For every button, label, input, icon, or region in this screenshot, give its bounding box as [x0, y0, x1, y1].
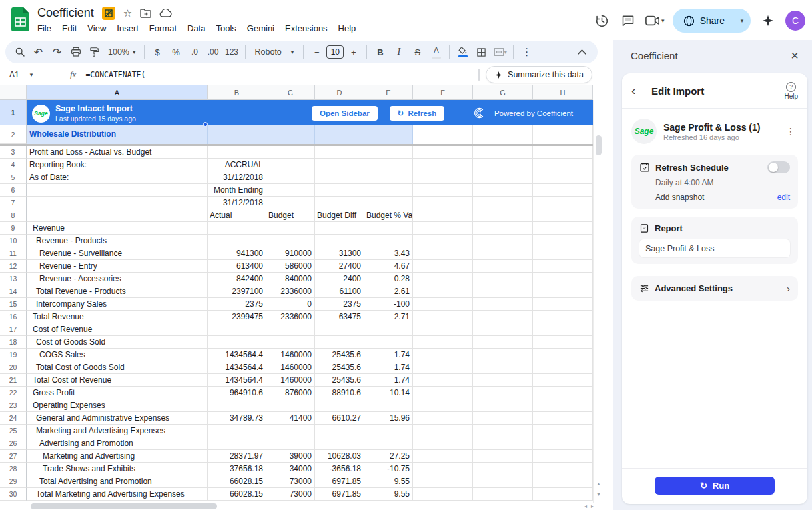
cell-A11[interactable]: Revenue - Surveillance	[27, 247, 208, 260]
cell-F9[interactable]	[413, 222, 473, 235]
cell-D10[interactable]	[315, 235, 364, 247]
horizontal-scrollbar-thumb[interactable]	[31, 503, 217, 509]
column-header-D[interactable]: D	[315, 85, 364, 100]
cell-G19[interactable]	[473, 349, 533, 361]
cell-D17[interactable]	[315, 323, 364, 336]
cell-D30[interactable]: 6971.85	[315, 488, 364, 501]
cell-H14[interactable]	[533, 285, 593, 298]
meet-button[interactable]: ▾	[645, 15, 665, 26]
row-header-21[interactable]: 21	[0, 374, 27, 387]
run-button[interactable]: ↻ Run	[655, 477, 775, 495]
cell-D28[interactable]: -3656.18	[315, 463, 364, 475]
column-header-B[interactable]: B	[208, 85, 266, 100]
refresh-button[interactable]: ↻Refresh	[390, 106, 444, 121]
cell-E14[interactable]: 2.61	[364, 285, 413, 298]
cell-D4[interactable]	[315, 159, 364, 171]
cell-E25[interactable]	[364, 425, 413, 437]
font-size-input[interactable]: 10	[326, 45, 344, 59]
cell-A27[interactable]: Marketing and Advertising	[27, 450, 208, 463]
refresh-schedule-toggle[interactable]	[767, 161, 790, 173]
menu-file[interactable]: File	[32, 21, 57, 36]
cell-H26[interactable]	[533, 437, 593, 450]
cell-B17[interactable]	[208, 323, 266, 336]
column-header-A[interactable]: A	[27, 85, 208, 100]
cell-F15[interactable]	[413, 298, 473, 311]
cell-E27[interactable]: 27.25	[364, 450, 413, 463]
cell-A25[interactable]: Marketing and Advertising Expenses	[27, 425, 208, 437]
cell-D6[interactable]	[315, 184, 364, 197]
cell-E9[interactable]	[364, 222, 413, 235]
cell-G6[interactable]	[473, 184, 533, 197]
menu-format[interactable]: Format	[144, 21, 182, 36]
cell-A3[interactable]: Profit and Loss - Actual vs. Budget	[27, 146, 208, 159]
star-icon[interactable]: ☆	[123, 8, 132, 18]
cell-D20[interactable]: 25435.6	[315, 361, 364, 374]
share-button[interactable]: Share ▾	[673, 9, 751, 33]
cell-H21[interactable]	[533, 374, 593, 387]
back-icon[interactable]: ‹	[631, 83, 643, 98]
formula-input[interactable]: =CONCATENATE(	[85, 70, 145, 79]
cell-E10[interactable]	[364, 235, 413, 247]
cell-B12[interactable]: 613400	[208, 260, 266, 273]
cell-C22[interactable]: 876000	[266, 387, 315, 399]
strikethrough-button[interactable]: S	[408, 43, 426, 61]
cell-F25[interactable]	[413, 425, 473, 437]
row-header-2[interactable]: 2	[0, 125, 27, 144]
cell-D25[interactable]	[315, 425, 364, 437]
cell-G15[interactable]	[473, 298, 533, 311]
row-header-11[interactable]: 11	[0, 247, 27, 260]
cell-A16[interactable]: Total Revenue	[27, 311, 208, 323]
row-header-25[interactable]: 25	[0, 425, 27, 437]
increase-font-size-button[interactable]: +	[344, 43, 362, 61]
row-header-6[interactable]: 6	[0, 184, 27, 197]
italic-button[interactable]: I	[390, 43, 408, 61]
vertical-scrollbar-thumb[interactable]	[596, 135, 602, 155]
cell-H11[interactable]	[533, 247, 593, 260]
cell-F5[interactable]	[413, 171, 473, 184]
cell-H25[interactable]	[533, 425, 593, 437]
vertical-scrollbar[interactable]: ▲ ▼	[593, 100, 603, 503]
cell-B20[interactable]: 1434564.4	[208, 361, 266, 374]
cell-E11[interactable]: 3.43	[364, 247, 413, 260]
cell-B23[interactable]	[208, 399, 266, 412]
column-header-F[interactable]: F	[413, 85, 473, 100]
cell-D19[interactable]: 25435.6	[315, 349, 364, 361]
menu-data[interactable]: Data	[182, 21, 210, 36]
cell-D24[interactable]: 6610.27	[315, 412, 364, 425]
cell-H9[interactable]	[533, 222, 593, 235]
cell-F28[interactable]	[413, 463, 473, 475]
cell-C23[interactable]	[266, 399, 315, 412]
cell-D15[interactable]: 2375	[315, 298, 364, 311]
column-header-G[interactable]: G	[473, 85, 533, 100]
cell-B21[interactable]: 1434564.4	[208, 374, 266, 387]
row-header-17[interactable]: 17	[0, 323, 27, 336]
cell-A13[interactable]: Revenue - Accessories	[27, 273, 208, 285]
cell-C18[interactable]	[266, 336, 315, 349]
row-header-18[interactable]: 18	[0, 336, 27, 349]
cell-B13[interactable]: 842400	[208, 273, 266, 285]
cell-E17[interactable]	[364, 323, 413, 336]
cell-F18[interactable]	[413, 336, 473, 349]
cell-A19[interactable]: COGS Sales	[27, 349, 208, 361]
horizontal-scrollbar[interactable]: ◂▸	[0, 503, 603, 510]
cell-E30[interactable]: 9.55	[364, 488, 413, 501]
cell-E22[interactable]: 10.14	[364, 387, 413, 399]
cell-F13[interactable]	[413, 273, 473, 285]
cell-C25[interactable]	[266, 425, 315, 437]
close-sidebar-icon[interactable]: ×	[791, 49, 799, 62]
cell-D7[interactable]	[315, 197, 364, 209]
cell-D2[interactable]	[315, 125, 364, 144]
cell-A24[interactable]: General and Administrative Expenses	[27, 412, 208, 425]
cell-B7[interactable]: 31/12/2018	[208, 197, 266, 209]
row-header-20[interactable]: 20	[0, 361, 27, 374]
row-header-12[interactable]: 12	[0, 260, 27, 273]
row-header-5[interactable]: 5	[0, 171, 27, 184]
meet-dropdown-icon[interactable]: ▾	[661, 17, 665, 24]
cell-D12[interactable]: 27400	[315, 260, 364, 273]
cell-D8[interactable]: Budget Diff	[315, 209, 364, 222]
cell-D27[interactable]: 10628.03	[315, 450, 364, 463]
move-folder-icon[interactable]	[140, 9, 151, 18]
fill-color-button[interactable]	[454, 43, 472, 61]
cell-E23[interactable]	[364, 399, 413, 412]
cell-B11[interactable]: 941300	[208, 247, 266, 260]
